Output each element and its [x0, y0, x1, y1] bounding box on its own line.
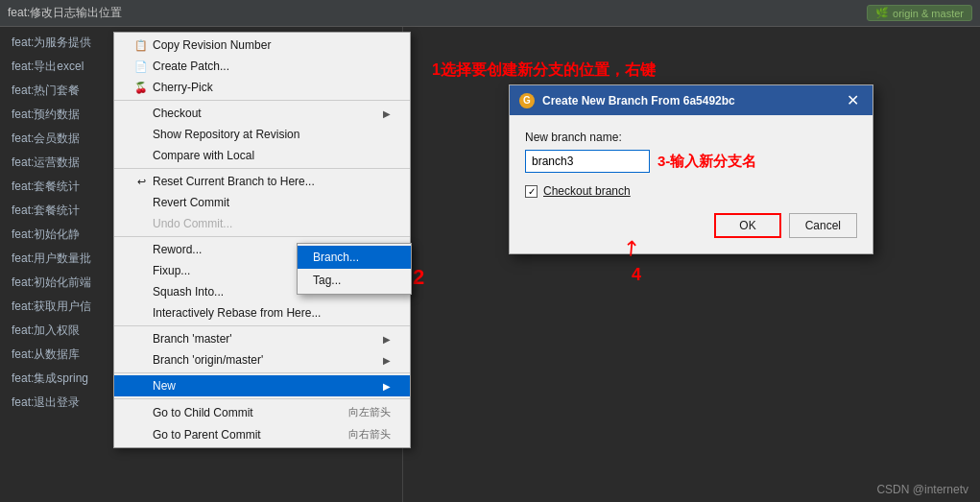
menu-item-revert[interactable]: Revert Commit: [114, 192, 410, 213]
branch-icon: 🌿: [875, 7, 889, 19]
menu-label-go-parent: Go to Parent Commit: [153, 428, 261, 442]
separator-5: [114, 372, 410, 373]
separator-3: [114, 236, 410, 237]
dialog-app-icon: G: [519, 93, 535, 108]
dialog-title: Create New Branch From 6a5492bc: [542, 94, 735, 108]
menu-label-rebase: Interactively Rebase from Here...: [153, 306, 321, 320]
dialog-title-left: G Create New Branch From 6a5492bc: [519, 93, 735, 108]
submenu-new[interactable]: Branch... Tag...: [297, 243, 412, 295]
create-branch-dialog: G Create New Branch From 6a5492bc ✕ New …: [509, 84, 873, 254]
branch-badge: 🌿 origin & master: [867, 5, 972, 21]
menu-label-branch-origin: Branch 'origin/master': [153, 353, 263, 367]
menu-label-fixup: Fixup...: [153, 264, 190, 277]
menu-item-go-child[interactable]: Go to Child Commit 向左箭头: [114, 401, 410, 423]
cherry-icon: 🍒: [133, 82, 149, 94]
submenu-item-branch[interactable]: Branch...: [298, 246, 411, 269]
new-arrow: ▶: [383, 381, 391, 392]
menu-item-undo[interactable]: Undo Commit...: [114, 213, 410, 234]
dialog-titlebar: G Create New Branch From 6a5492bc ✕: [510, 85, 872, 115]
ok-button[interactable]: OK: [714, 213, 780, 238]
cancel-button[interactable]: Cancel: [789, 213, 857, 238]
dialog-close-button[interactable]: ✕: [843, 91, 863, 109]
menu-item-cherry-pick[interactable]: 🍒 Cherry-Pick: [114, 77, 410, 98]
annotation-2: 2: [413, 265, 424, 290]
copy-icon: 📋: [133, 39, 149, 52]
menu-item-show-repo[interactable]: Show Repository at Revision: [114, 124, 410, 145]
submenu-item-tag[interactable]: Tag...: [298, 269, 411, 292]
dialog-overlay: G Create New Branch From 6a5492bc ✕ New …: [509, 84, 873, 254]
annotation-3: 3-输入新分支名: [657, 153, 756, 171]
title-bar-right: 🌿 origin & master: [867, 5, 972, 21]
separator-1: [114, 100, 410, 101]
menu-label-reword: Reword...: [153, 243, 202, 256]
menu-item-interactively-rebase[interactable]: Interactively Rebase from Here...: [114, 302, 410, 323]
menu-label-squash: Squash Into...: [153, 285, 224, 299]
checkout-checkbox[interactable]: ✓: [525, 185, 538, 198]
branch-name-label: New branch name:: [525, 131, 857, 144]
menu-label-revert: Revert Commit: [153, 196, 229, 209]
menu-label-show-repo: Show Repository at Revision: [153, 128, 299, 141]
branch-name-input[interactable]: [525, 150, 650, 173]
annotation-4: 4: [632, 265, 641, 285]
menu-label-go-child: Go to Child Commit: [153, 406, 253, 419]
menu-item-checkout[interactable]: Checkout ▶: [114, 103, 410, 124]
checkout-label: Checkout branch: [543, 184, 631, 198]
branch-name-input-row: 3-输入新分支名: [525, 150, 857, 173]
menu-label-new: New: [153, 379, 176, 393]
parent-dir: 向右箭头: [348, 427, 391, 442]
child-dir: 向左箭头: [348, 405, 391, 419]
separator-2: [114, 168, 410, 169]
menu-label-copy-revision: Copy Revision Number: [153, 38, 271, 52]
menu-label-checkout: Checkout: [153, 107, 202, 120]
patch-icon: 📄: [133, 60, 149, 73]
dialog-buttons: OK Cancel: [525, 213, 857, 238]
annotation-1: 1选择要创建新分支的位置，右键: [432, 60, 656, 81]
csdn-watermark: CSDN @internetv: [876, 483, 968, 496]
menu-label-cherry-pick: Cherry-Pick: [153, 81, 213, 94]
branch-label: origin & master: [893, 8, 964, 19]
menu-label-undo: Undo Commit...: [153, 217, 232, 230]
main-area: feat:为服务提供 feat:导出excel feat:热门套餐 feat:预…: [0, 27, 980, 502]
context-menu[interactable]: 📋 Copy Revision Number 📄 Create Patch...…: [113, 32, 411, 448]
checkout-branch-row: ✓ Checkout branch: [525, 184, 857, 198]
menu-label-reset: Reset Current Branch to Here...: [153, 175, 315, 188]
checkout-arrow: ▶: [383, 108, 391, 119]
menu-item-go-parent[interactable]: Go to Parent Commit 向右箭头: [114, 423, 410, 445]
menu-item-reset[interactable]: ↩ Reset Current Branch to Here...: [114, 171, 410, 192]
dialog-body: New branch name: 3-输入新分支名 ✓ Checkout bra…: [510, 115, 872, 253]
menu-label-compare-local: Compare with Local: [153, 149, 254, 162]
menu-item-copy-revision[interactable]: 📋 Copy Revision Number: [114, 35, 410, 56]
window-title: feat:修改日志输出位置: [8, 5, 867, 21]
reset-icon: ↩: [133, 176, 149, 188]
separator-6: [114, 398, 410, 399]
menu-item-branch-origin-master[interactable]: Branch 'origin/master' ▶: [114, 349, 410, 371]
menu-item-new[interactable]: New ▶: [114, 375, 410, 396]
menu-label-branch-master: Branch 'master': [153, 332, 232, 346]
menu-item-branch-master[interactable]: Branch 'master' ▶: [114, 328, 410, 349]
menu-item-create-patch[interactable]: 📄 Create Patch...: [114, 56, 410, 77]
menu-label-create-patch: Create Patch...: [153, 60, 229, 73]
title-bar: feat:修改日志输出位置 🌿 origin & master: [0, 0, 980, 27]
branch-master-arrow: ▶: [383, 334, 391, 345]
separator-4: [114, 325, 410, 326]
branch-origin-arrow: ▶: [383, 355, 391, 366]
menu-item-compare-local[interactable]: Compare with Local: [114, 145, 410, 166]
